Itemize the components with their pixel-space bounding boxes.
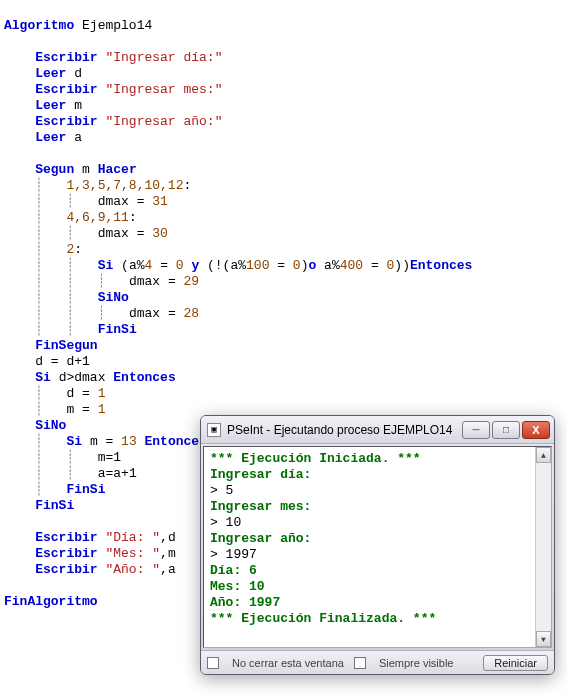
- a5: a: [168, 562, 176, 577]
- kw-ent: Entonces: [410, 258, 472, 273]
- n13: 13: [121, 434, 137, 449]
- dmax1: dmax: [98, 194, 129, 209]
- line-end: *** Ejecución Finalizada. ***: [210, 611, 436, 626]
- dmax5: dmax: [74, 370, 105, 385]
- line-o3: Año: 1997: [210, 595, 280, 610]
- line-i2: > 10: [210, 515, 241, 530]
- kw-finsi2: FinSi: [66, 482, 105, 497]
- kw-leer: Leer: [35, 66, 66, 81]
- line-o1: Día: 6: [210, 563, 257, 578]
- n1b: 1: [98, 402, 106, 417]
- case2: 4,6,9,11: [66, 210, 128, 225]
- str-ano: "Ingresar año:": [105, 114, 222, 129]
- kw-y: y: [191, 258, 199, 273]
- a2: a: [230, 258, 238, 273]
- m3: m: [66, 402, 74, 417]
- maximize-button[interactable]: □: [492, 421, 520, 439]
- dmax4: dmax: [129, 306, 160, 321]
- kw-ent2: Entonces: [113, 370, 175, 385]
- kw-sino: SiNo: [98, 290, 129, 305]
- kw-esc6: Escribir: [35, 562, 97, 577]
- d2: d: [59, 370, 67, 385]
- n0c: 0: [387, 258, 395, 273]
- close-button[interactable]: X: [522, 421, 550, 439]
- kw-segun: Segun: [35, 162, 74, 177]
- n28: 28: [184, 306, 200, 321]
- case1: 1,3,5,7,8,10,12: [66, 178, 183, 193]
- line-i1: > 5: [210, 483, 233, 498]
- n400: 400: [340, 258, 363, 273]
- kw-escribir2: Escribir: [35, 82, 97, 97]
- kw-finalgo: FinAlgoritmo: [4, 594, 98, 609]
- kw-finsi3: FinSi: [35, 498, 74, 513]
- kw-hacer: Hacer: [98, 162, 137, 177]
- dmax2: dmax: [98, 226, 129, 241]
- n31: 31: [152, 194, 168, 209]
- console-window: ▣ PSeInt - Ejecutando proceso EJEMPLO14 …: [200, 415, 555, 675]
- restart-button[interactable]: Reiniciar: [483, 655, 548, 671]
- dplus: d = d+1: [35, 354, 90, 369]
- case3: 2: [66, 242, 74, 257]
- console-body: *** Ejecución Iniciada. *** Ingresar día…: [203, 446, 552, 648]
- checkbox-always-visible[interactable]: [354, 657, 366, 669]
- som: "Mes: ": [105, 546, 160, 561]
- var-d: d: [74, 66, 82, 81]
- kw-leer2: Leer: [35, 98, 66, 113]
- d4: d: [168, 530, 176, 545]
- a1: a: [129, 258, 137, 273]
- sod: "Día: ": [105, 530, 160, 545]
- kw-sino2: SiNo: [35, 418, 66, 433]
- line-p1: Ingresar día:: [210, 467, 311, 482]
- str-dia: "Ingresar día:": [105, 50, 222, 65]
- m4: m: [90, 434, 98, 449]
- kw-ent3: Entonces: [145, 434, 207, 449]
- kw-escribir3: Escribir: [35, 114, 97, 129]
- kw-esc5: Escribir: [35, 546, 97, 561]
- n100: 100: [246, 258, 269, 273]
- soa: "Año: ": [105, 562, 160, 577]
- scroll-up-icon[interactable]: ▲: [536, 447, 551, 463]
- n29: 29: [184, 274, 200, 289]
- kw-leer3: Leer: [35, 130, 66, 145]
- n30: 30: [152, 226, 168, 241]
- window-title: PSeInt - Ejecutando proceso EJEMPLO14: [227, 423, 462, 437]
- scrollbar[interactable]: ▲ ▼: [535, 447, 551, 647]
- kw-o: o: [308, 258, 316, 273]
- n0a: 0: [176, 258, 184, 273]
- minimize-button[interactable]: ─: [462, 421, 490, 439]
- titlebar[interactable]: ▣ PSeInt - Ejecutando proceso EJEMPLO14 …: [201, 416, 554, 444]
- scroll-down-icon[interactable]: ▼: [536, 631, 551, 647]
- line-p2: Ingresar mes:: [210, 499, 311, 514]
- d3: d: [66, 386, 74, 401]
- kw-escribir: Escribir: [35, 50, 97, 65]
- n1a: 1: [98, 386, 106, 401]
- aplus: a=a+1: [98, 466, 137, 481]
- n4: 4: [145, 258, 153, 273]
- m5: m: [168, 546, 176, 561]
- var-m2: m: [82, 162, 90, 177]
- line-p3: Ingresar año:: [210, 531, 311, 546]
- label-always-visible: Siempre visible: [379, 657, 454, 669]
- kw-algoritmo: Algoritmo: [4, 18, 74, 33]
- algo-name: Ejemplo14: [82, 18, 152, 33]
- label-no-close: No cerrar esta ventana: [232, 657, 344, 669]
- kw-finsi: FinSi: [98, 322, 137, 337]
- kw-esc4: Escribir: [35, 530, 97, 545]
- line-o2: Mes: 10: [210, 579, 265, 594]
- scroll-track[interactable]: [536, 463, 551, 631]
- console-output[interactable]: *** Ejecución Iniciada. *** Ingresar día…: [204, 447, 551, 631]
- mset: m=1: [98, 450, 121, 465]
- kw-si: Si: [98, 258, 114, 273]
- kw-si3: Si: [66, 434, 82, 449]
- checkbox-no-close[interactable]: [207, 657, 219, 669]
- statusbar: No cerrar esta ventana Siempre visible R…: [201, 650, 554, 674]
- kw-finsegun: FinSegun: [35, 338, 97, 353]
- var-m: m: [74, 98, 82, 113]
- var-a: a: [74, 130, 82, 145]
- a3: a: [324, 258, 332, 273]
- line-start: *** Ejecución Iniciada. ***: [210, 451, 421, 466]
- dmax3: dmax: [129, 274, 160, 289]
- str-mes: "Ingresar mes:": [105, 82, 222, 97]
- line-i3: > 1997: [210, 547, 257, 562]
- app-icon: ▣: [207, 423, 221, 437]
